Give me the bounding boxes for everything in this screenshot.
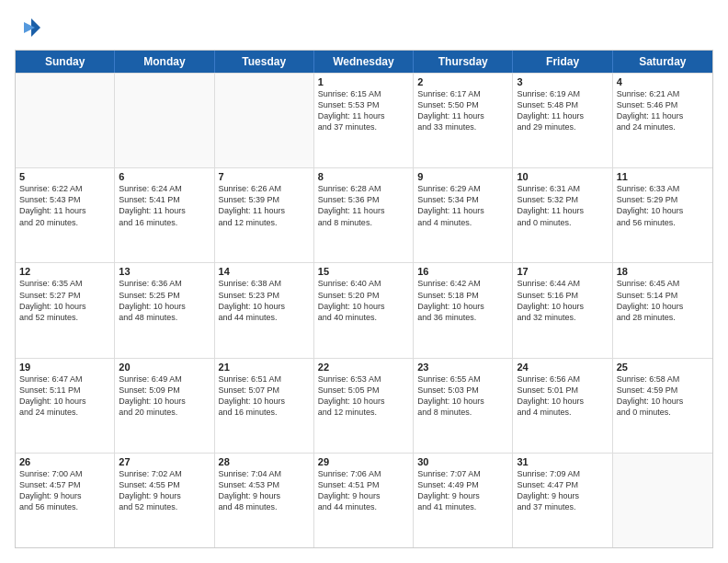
cal-cell-1-0: 5Sunrise: 6:22 AM Sunset: 5:43 PM Daylig… — [16, 168, 115, 262]
cal-cell-2-2: 14Sunrise: 6:38 AM Sunset: 5:23 PM Dayli… — [215, 263, 314, 357]
day-number: 25 — [617, 362, 709, 373]
day-number: 15 — [318, 266, 409, 277]
cal-cell-3-4: 23Sunrise: 6:55 AM Sunset: 5:03 PM Dayli… — [414, 359, 513, 453]
cal-cell-3-6: 25Sunrise: 6:58 AM Sunset: 4:59 PM Dayli… — [613, 359, 712, 453]
cell-info: Sunrise: 6:15 AM Sunset: 5:53 PM Dayligh… — [318, 88, 409, 133]
cal-cell-0-2 — [215, 74, 314, 167]
day-number: 28 — [219, 456, 310, 467]
cal-cell-2-4: 16Sunrise: 6:42 AM Sunset: 5:18 PM Dayli… — [414, 263, 513, 357]
day-number: 20 — [119, 362, 210, 373]
cal-cell-4-1: 27Sunrise: 7:02 AM Sunset: 4:55 PM Dayli… — [115, 454, 214, 547]
cal-cell-1-3: 8Sunrise: 6:28 AM Sunset: 5:36 PM Daylig… — [314, 168, 414, 262]
cal-cell-4-0: 26Sunrise: 7:00 AM Sunset: 4:57 PM Dayli… — [16, 454, 115, 547]
cal-cell-2-3: 15Sunrise: 6:40 AM Sunset: 5:20 PM Dayli… — [314, 263, 414, 357]
day-number: 1 — [318, 76, 409, 87]
header — [15, 15, 713, 40]
cell-info: Sunrise: 6:47 AM Sunset: 5:11 PM Dayligh… — [19, 373, 110, 419]
day-number: 12 — [19, 266, 110, 277]
calendar-body: 1Sunrise: 6:15 AM Sunset: 5:53 PM Daylig… — [16, 73, 712, 547]
cal-row-4: 26Sunrise: 7:00 AM Sunset: 4:57 PM Dayli… — [16, 453, 712, 547]
page: SundayMondayTuesdayWednesdayThursdayFrid… — [0, 0, 728, 563]
cell-info: Sunrise: 6:33 AM Sunset: 5:29 PM Dayligh… — [617, 183, 709, 228]
cell-info: Sunrise: 6:24 AM Sunset: 5:41 PM Dayligh… — [119, 183, 210, 228]
cal-cell-1-2: 7Sunrise: 6:26 AM Sunset: 5:39 PM Daylig… — [215, 168, 314, 262]
cell-info: Sunrise: 6:22 AM Sunset: 5:43 PM Dayligh… — [19, 183, 110, 228]
cal-cell-4-3: 29Sunrise: 7:06 AM Sunset: 4:51 PM Dayli… — [314, 454, 414, 547]
cal-row-1: 5Sunrise: 6:22 AM Sunset: 5:43 PM Daylig… — [16, 167, 712, 262]
day-number: 13 — [119, 266, 210, 277]
cal-cell-4-2: 28Sunrise: 7:04 AM Sunset: 4:53 PM Dayli… — [215, 454, 314, 547]
day-number: 11 — [617, 171, 709, 182]
weekday-header-tuesday: Tuesday — [215, 51, 314, 73]
day-number: 26 — [19, 456, 110, 467]
weekday-header-friday: Friday — [513, 51, 612, 73]
cell-info: Sunrise: 6:44 AM Sunset: 5:16 PM Dayligh… — [517, 278, 608, 323]
cal-cell-0-1 — [115, 74, 214, 167]
day-number: 10 — [517, 171, 608, 182]
cal-cell-0-4: 2Sunrise: 6:17 AM Sunset: 5:50 PM Daylig… — [414, 74, 513, 167]
cal-row-0: 1Sunrise: 6:15 AM Sunset: 5:53 PM Daylig… — [16, 73, 712, 167]
day-number: 30 — [417, 456, 508, 467]
cell-info: Sunrise: 7:04 AM Sunset: 4:53 PM Dayligh… — [219, 468, 310, 513]
cell-info: Sunrise: 6:58 AM Sunset: 4:59 PM Dayligh… — [617, 373, 709, 419]
cal-cell-1-1: 6Sunrise: 6:24 AM Sunset: 5:41 PM Daylig… — [115, 168, 214, 262]
cell-info: Sunrise: 7:02 AM Sunset: 4:55 PM Dayligh… — [119, 468, 210, 513]
cell-info: Sunrise: 6:53 AM Sunset: 5:05 PM Dayligh… — [318, 373, 409, 419]
cal-cell-2-1: 13Sunrise: 6:36 AM Sunset: 5:25 PM Dayli… — [115, 263, 214, 357]
cal-cell-1-4: 9Sunrise: 6:29 AM Sunset: 5:34 PM Daylig… — [414, 168, 513, 262]
cell-info: Sunrise: 6:55 AM Sunset: 5:03 PM Dayligh… — [417, 373, 508, 419]
cal-cell-4-5: 31Sunrise: 7:09 AM Sunset: 4:47 PM Dayli… — [513, 454, 612, 547]
cell-info: Sunrise: 6:51 AM Sunset: 5:07 PM Dayligh… — [219, 373, 310, 419]
day-number: 29 — [318, 456, 409, 467]
weekday-header-wednesday: Wednesday — [314, 51, 414, 73]
cell-info: Sunrise: 7:00 AM Sunset: 4:57 PM Dayligh… — [19, 468, 110, 513]
logo — [15, 15, 44, 40]
cal-row-3: 19Sunrise: 6:47 AM Sunset: 5:11 PM Dayli… — [16, 358, 712, 453]
cal-cell-3-1: 20Sunrise: 6:49 AM Sunset: 5:09 PM Dayli… — [115, 359, 214, 453]
cal-cell-0-3: 1Sunrise: 6:15 AM Sunset: 5:53 PM Daylig… — [314, 74, 414, 167]
cell-info: Sunrise: 7:06 AM Sunset: 4:51 PM Dayligh… — [318, 468, 409, 513]
logo-icon — [15, 15, 40, 40]
day-number: 9 — [417, 171, 508, 182]
cell-info: Sunrise: 6:21 AM Sunset: 5:46 PM Dayligh… — [617, 88, 709, 133]
cell-info: Sunrise: 6:42 AM Sunset: 5:18 PM Dayligh… — [417, 278, 508, 323]
cal-cell-0-0 — [16, 74, 115, 167]
calendar: SundayMondayTuesdayWednesdayThursdayFrid… — [15, 50, 713, 548]
cal-cell-4-4: 30Sunrise: 7:07 AM Sunset: 4:49 PM Dayli… — [414, 454, 513, 547]
weekday-header-monday: Monday — [115, 51, 214, 73]
day-number: 5 — [19, 171, 110, 182]
day-number: 21 — [219, 362, 310, 373]
day-number: 19 — [19, 362, 110, 373]
cell-info: Sunrise: 6:40 AM Sunset: 5:20 PM Dayligh… — [318, 278, 409, 323]
cal-cell-3-2: 21Sunrise: 6:51 AM Sunset: 5:07 PM Dayli… — [215, 359, 314, 453]
day-number: 27 — [119, 456, 210, 467]
day-number: 14 — [219, 266, 310, 277]
day-number: 23 — [417, 362, 508, 373]
day-number: 17 — [517, 266, 608, 277]
cell-info: Sunrise: 6:28 AM Sunset: 5:36 PM Dayligh… — [318, 183, 409, 228]
cal-cell-0-5: 3Sunrise: 6:19 AM Sunset: 5:48 PM Daylig… — [513, 74, 612, 167]
cal-cell-1-5: 10Sunrise: 6:31 AM Sunset: 5:32 PM Dayli… — [513, 168, 612, 262]
cell-info: Sunrise: 6:38 AM Sunset: 5:23 PM Dayligh… — [219, 278, 310, 323]
day-number: 4 — [617, 76, 709, 87]
day-number: 7 — [219, 171, 310, 182]
cell-info: Sunrise: 6:49 AM Sunset: 5:09 PM Dayligh… — [119, 373, 210, 419]
cell-info: Sunrise: 6:31 AM Sunset: 5:32 PM Dayligh… — [517, 183, 608, 228]
cal-cell-2-5: 17Sunrise: 6:44 AM Sunset: 5:16 PM Dayli… — [513, 263, 612, 357]
weekday-header-saturday: Saturday — [613, 51, 712, 73]
cal-cell-2-0: 12Sunrise: 6:35 AM Sunset: 5:27 PM Dayli… — [16, 263, 115, 357]
day-number: 3 — [517, 76, 608, 87]
cal-cell-1-6: 11Sunrise: 6:33 AM Sunset: 5:29 PM Dayli… — [613, 168, 712, 262]
day-number: 6 — [119, 171, 210, 182]
weekday-header-thursday: Thursday — [414, 51, 513, 73]
cal-cell-3-0: 19Sunrise: 6:47 AM Sunset: 5:11 PM Dayli… — [16, 359, 115, 453]
cell-info: Sunrise: 6:36 AM Sunset: 5:25 PM Dayligh… — [119, 278, 210, 323]
cell-info: Sunrise: 6:45 AM Sunset: 5:14 PM Dayligh… — [617, 278, 709, 323]
day-number: 18 — [617, 266, 709, 277]
cell-info: Sunrise: 6:29 AM Sunset: 5:34 PM Dayligh… — [417, 183, 508, 228]
day-number: 8 — [318, 171, 409, 182]
cal-cell-4-6 — [613, 454, 712, 547]
day-number: 22 — [318, 362, 409, 373]
cell-info: Sunrise: 7:07 AM Sunset: 4:49 PM Dayligh… — [417, 468, 508, 513]
cal-row-2: 12Sunrise: 6:35 AM Sunset: 5:27 PM Dayli… — [16, 262, 712, 357]
